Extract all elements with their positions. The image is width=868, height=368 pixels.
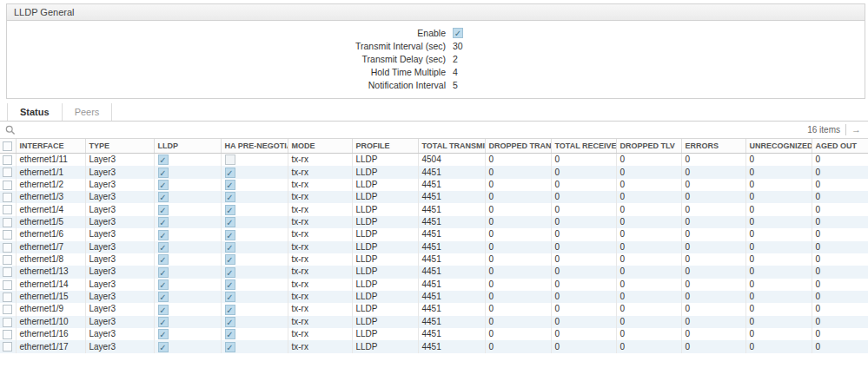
lldp-checkbox[interactable]: ✓ — [158, 154, 169, 165]
lldp-checkbox[interactable]: ✓ — [158, 192, 169, 202]
ha-checkbox[interactable]: ✓ — [225, 329, 235, 339]
lldp-checkbox[interactable]: ✓ — [158, 180, 169, 190]
row-select-checkbox[interactable] — [3, 193, 12, 202]
column-header-profile[interactable]: PROFILE — [352, 139, 418, 154]
row-select-checkbox[interactable] — [3, 168, 12, 177]
ha-checkbox[interactable]: ✓ — [225, 305, 235, 315]
row-select-checkbox[interactable] — [3, 155, 12, 165]
row-select-checkbox[interactable] — [3, 255, 12, 265]
table-row[interactable]: ethernet1/15Layer3✓✓tx-rxLLDP4451000000 — [0, 291, 868, 303]
table-row[interactable]: ethernet1/7Layer3✓✓tx-rxLLDP4451000000 — [0, 241, 868, 253]
table-row[interactable]: ethernet1/8Layer3✓✓tx-rxLLDP4451000000 — [0, 253, 868, 266]
column-header-aged_out[interactable]: AGED OUT — [812, 139, 868, 154]
lldp-checkbox[interactable]: ✓ — [158, 317, 169, 327]
ha-checkbox[interactable]: ✓ — [225, 342, 235, 352]
cell-profile: LLDP — [352, 216, 418, 228]
table-row[interactable]: ethernet1/4Layer3✓✓tx-rxLLDP4451000000 — [0, 203, 868, 215]
select-all-checkbox[interactable] — [3, 141, 12, 151]
table-row[interactable]: ethernet1/13Layer3✓✓tx-rxLLDP4451000000 — [0, 266, 868, 278]
cell-interface: ethernet1/15 — [16, 291, 85, 303]
column-header-mode[interactable]: MODE — [288, 139, 352, 154]
table-row[interactable]: ethernet1/11Layer3✓tx-rxLLDP4504000000 — [0, 154, 868, 167]
ha-checkbox[interactable]: ✓ — [225, 180, 235, 190]
cell-unrecognized: 0 — [745, 191, 812, 203]
cell-dropped_transmit: 0 — [485, 340, 551, 352]
row-select-checkbox[interactable] — [3, 330, 12, 339]
cell-lldp: ✓ — [154, 253, 221, 266]
cell-select — [0, 241, 16, 253]
column-header-interface[interactable]: INTERFACE — [16, 139, 85, 154]
table-row[interactable]: ethernet1/10Layer3✓✓tx-rxLLDP4451000000 — [0, 316, 868, 328]
cell-type: Layer3 — [85, 266, 154, 278]
row-select-checkbox[interactable] — [3, 267, 12, 277]
table-row[interactable]: ethernet1/3Layer3✓✓tx-rxLLDP4451000000 — [0, 191, 868, 203]
table-row[interactable]: ethernet1/1Layer3✓✓tx-rxLLDP4451000000 — [0, 166, 868, 178]
cell-type: Layer3 — [85, 166, 154, 178]
lldp-checkbox[interactable]: ✓ — [158, 168, 169, 178]
table-row[interactable]: ethernet1/9Layer3✓✓tx-rxLLDP4451000000 — [0, 303, 868, 315]
table-row[interactable]: ethernet1/2Layer3✓✓tx-rxLLDP4451000000 — [0, 179, 868, 191]
ha-checkbox[interactable]: ✓ — [225, 279, 235, 290]
cell-type: Layer3 — [85, 316, 154, 328]
ha-checkbox[interactable]: ✓ — [225, 317, 235, 327]
column-header-type[interactable]: TYPE — [85, 139, 154, 154]
lldp-checkbox[interactable]: ✓ — [158, 242, 169, 253]
enable-checkbox[interactable]: ✓ — [453, 28, 463, 38]
lldp-checkbox[interactable]: ✓ — [158, 254, 169, 265]
ha-checkbox[interactable]: ✓ — [225, 254, 235, 265]
lldp-checkbox[interactable]: ✓ — [158, 342, 169, 352]
search-input[interactable] — [19, 123, 807, 137]
lldp-checkbox[interactable]: ✓ — [158, 267, 169, 278]
row-select-checkbox[interactable] — [3, 218, 12, 227]
ha-checkbox[interactable]: ✓ — [225, 168, 235, 178]
column-header-total_transmitted[interactable]: TOTAL TRANSMITTED — [418, 139, 485, 154]
ha-checkbox[interactable] — [225, 154, 235, 165]
export-arrow-icon[interactable]: → — [851, 125, 863, 135]
ha-checkbox[interactable]: ✓ — [225, 292, 235, 302]
column-header-ha[interactable]: HA PRE-NEGOTIATION — [221, 139, 288, 154]
row-select-checkbox[interactable] — [3, 305, 12, 314]
tab-peers[interactable]: Peers — [63, 103, 113, 121]
column-header-total_received[interactable]: TOTAL RECEIVED — [551, 139, 616, 154]
ha-checkbox[interactable]: ✓ — [225, 217, 235, 227]
row-select-checkbox[interactable] — [3, 342, 12, 352]
row-select-checkbox[interactable] — [3, 280, 12, 290]
row-select-checkbox[interactable] — [3, 292, 12, 302]
cell-aged_out: 0 — [812, 291, 868, 303]
ha-checkbox[interactable]: ✓ — [225, 205, 235, 215]
ha-checkbox[interactable]: ✓ — [225, 267, 235, 278]
cell-ha: ✓ — [221, 228, 288, 240]
table-row[interactable]: ethernet1/6Layer3✓✓tx-rxLLDP4451000000 — [0, 228, 868, 240]
ha-checkbox[interactable]: ✓ — [225, 192, 235, 202]
lldp-checkbox[interactable]: ✓ — [158, 217, 169, 227]
row-select-checkbox[interactable] — [3, 243, 12, 253]
lldp-checkbox[interactable]: ✓ — [158, 230, 169, 240]
lldp-checkbox[interactable]: ✓ — [158, 279, 169, 290]
ha-checkbox[interactable]: ✓ — [225, 230, 235, 240]
row-select-checkbox[interactable] — [3, 181, 12, 190]
lldp-checkbox[interactable]: ✓ — [158, 329, 169, 339]
cell-errors: 0 — [681, 241, 745, 253]
ha-checkbox[interactable]: ✓ — [225, 242, 235, 253]
lldp-checkbox[interactable]: ✓ — [158, 205, 169, 215]
cell-total_transmitted: 4451 — [418, 191, 485, 203]
row-select-checkbox[interactable] — [3, 230, 12, 240]
table-row[interactable]: ethernet1/5Layer3✓✓tx-rxLLDP4451000000 — [0, 216, 868, 228]
lldp-checkbox[interactable]: ✓ — [158, 305, 169, 315]
table-row[interactable]: ethernet1/16Layer3✓✓tx-rxLLDP4451000000 — [0, 328, 868, 340]
row-select-checkbox[interactable] — [3, 205, 12, 214]
column-header-dropped_tlv[interactable]: DROPPED TLV — [616, 139, 681, 154]
lldp-checkbox[interactable]: ✓ — [158, 292, 169, 302]
table-row[interactable]: ethernet1/17Layer3✓✓tx-rxLLDP4451000000 — [0, 340, 868, 352]
column-header-unrecognized[interactable]: UNRECOGNIZED — [745, 139, 812, 154]
cell-interface: ethernet1/7 — [16, 241, 85, 253]
tab-status[interactable]: Status — [7, 103, 63, 121]
column-header-dropped_transmit[interactable]: DROPPED TRANSMIT — [485, 139, 551, 154]
cell-mode: tx-rx — [288, 191, 352, 203]
cell-ha: ✓ — [221, 340, 288, 352]
column-header-errors[interactable]: ERRORS — [681, 139, 745, 154]
row-select-checkbox[interactable] — [3, 318, 12, 327]
table-row[interactable]: ethernet1/14Layer3✓✓tx-rxLLDP4451000000 — [0, 279, 868, 291]
cell-select — [0, 179, 16, 191]
column-header-lldp[interactable]: LLDP — [154, 139, 221, 154]
